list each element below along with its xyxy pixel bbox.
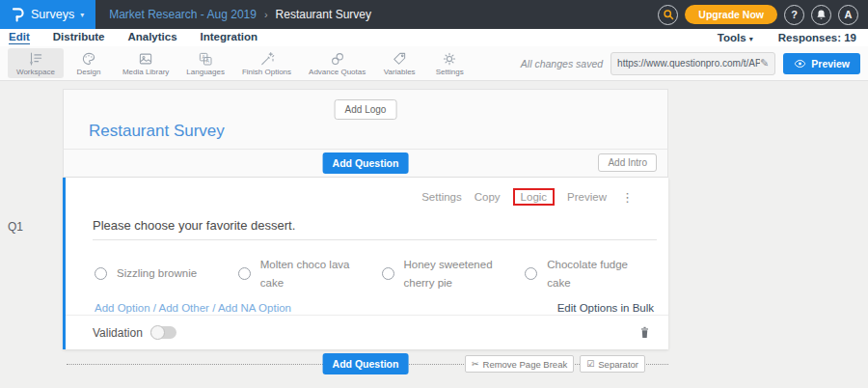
toolbar-item-settings[interactable]: Settings <box>424 48 475 78</box>
responses-count[interactable]: Responses: 19 <box>778 32 856 43</box>
toolbar-item-media-library[interactable]: Media Library <box>114 48 177 78</box>
question-block: Settings Copy Logic Preview ⋮ Please cho… <box>63 178 668 349</box>
scissors-icon: ✂ <box>472 359 479 369</box>
add-option-link[interactable]: Add Option <box>95 302 150 314</box>
page-break-row: Add Question ✂ Remove Page Break ☑ Separ… <box>63 353 668 374</box>
autosave-status: All changes saved <box>521 58 603 69</box>
validation-label: Validation <box>93 326 143 340</box>
question-settings-action[interactable]: Settings <box>421 191 462 203</box>
top-bar: Surveys ▾ Market Research - Aug 2019 › R… <box>0 0 868 29</box>
chevron-down-icon: ▾ <box>80 11 84 19</box>
topbar-actions: Upgrade Now ? A <box>658 5 868 25</box>
option-label[interactable]: Honey sweetened cherry pie <box>404 256 505 292</box>
answer-option: Molten choco lava cake <box>238 256 382 292</box>
questionpro-logo-icon <box>10 6 25 23</box>
toolbar-item-design[interactable]: Design <box>64 48 114 78</box>
magic-wand-icon <box>258 50 276 67</box>
kebab-menu-icon[interactable]: ⋮ <box>621 190 634 205</box>
surveys-menu[interactable]: Surveys ▾ <box>0 0 95 29</box>
image-icon <box>137 50 154 67</box>
survey-url-field: ✎ <box>610 52 775 75</box>
radio-button[interactable] <box>95 267 107 280</box>
preview-button[interactable]: Preview <box>783 53 860 74</box>
question-logic-action[interactable]: Logic <box>521 191 548 203</box>
tab-analytics[interactable]: Analytics <box>127 31 176 44</box>
checked-checkbox-icon: ☑ <box>586 359 594 369</box>
survey-header-actions: Add Question Add Intro <box>63 150 668 178</box>
question-footer: Validation <box>66 315 668 349</box>
question-number-label: Q1 <box>8 220 23 234</box>
nav-tabs: Edit Distribute Analytics Integration <box>0 31 258 44</box>
add-intro-button[interactable]: Add Intro <box>598 153 657 172</box>
toolbar-item-advance-quotas[interactable]: Advance Quotas <box>300 48 374 78</box>
add-question-button-bottom[interactable]: Add Question <box>323 353 409 374</box>
brand-label: Surveys <box>31 8 74 21</box>
option-label[interactable]: Molten choco lava cake <box>260 256 362 292</box>
option-label[interactable]: Chocolate fudge cake <box>547 256 648 292</box>
svg-text:A: A <box>206 58 210 64</box>
edit-url-icon[interactable]: ✎ <box>760 57 769 69</box>
bell-icon <box>816 9 827 20</box>
breadcrumb-parent[interactable]: Market Research - Aug 2019 <box>109 8 257 21</box>
tab-distribute[interactable]: Distribute <box>53 31 105 44</box>
toolbar-item-finish-options[interactable]: Finish Options <box>233 48 300 78</box>
notifications-button[interactable] <box>811 5 831 25</box>
help-button[interactable]: ? <box>784 5 804 25</box>
separator-toggle-button[interactable]: ☑ Separator <box>580 355 645 373</box>
nav-right: Tools ▾ Responses: 19 <box>718 32 868 43</box>
answer-option: Sizzling brownie <box>95 256 238 292</box>
question-mark-icon: ? <box>791 9 798 20</box>
option-add-links: Add Option / Add Other / Add NA Option <box>95 302 291 314</box>
survey-url-input[interactable] <box>617 58 760 69</box>
validation-toggle[interactable] <box>150 326 176 339</box>
tab-integration[interactable]: Integration <box>201 31 258 44</box>
survey-header-section: Add Logo Restaurant Survey <box>63 89 668 150</box>
add-na-option-link[interactable]: Add NA Option <box>218 302 291 314</box>
option-links-row: Add Option / Add Other / Add NA Option E… <box>95 302 654 314</box>
answer-option: Chocolate fudge cake <box>525 256 668 292</box>
option-label[interactable]: Sizzling brownie <box>117 264 197 283</box>
toolbar-item-workspace[interactable]: Workspace <box>8 48 64 78</box>
breadcrumb: Market Research - Aug 2019 › Restaurant … <box>109 8 371 21</box>
delete-question-button[interactable] <box>638 325 651 340</box>
radio-button[interactable] <box>382 267 394 280</box>
page-break-actions: ✂ Remove Page Break ☑ Separator <box>465 355 645 373</box>
trash-icon <box>638 325 651 340</box>
languages-icon: A A <box>197 50 214 67</box>
tab-edit[interactable]: Edit <box>9 31 30 44</box>
question-preview-action[interactable]: Preview <box>567 191 607 203</box>
remove-page-break-button[interactable]: ✂ Remove Page Break <box>465 355 574 373</box>
question-actions: Settings Copy Logic Preview ⋮ <box>66 178 668 206</box>
breadcrumb-current: Restaurant Survey <box>276 8 371 21</box>
svg-text:A: A <box>202 54 205 60</box>
radio-button[interactable] <box>525 267 537 280</box>
palette-icon <box>80 50 97 67</box>
chevron-down-icon: ▾ <box>749 35 753 43</box>
question-copy-action[interactable]: Copy <box>475 191 501 203</box>
toolbar-item-languages[interactable]: A A Languages <box>177 48 233 78</box>
survey-title[interactable]: Restaurant Survey <box>89 122 225 141</box>
logic-highlight-box: Logic <box>513 188 556 206</box>
toolbar-right: All changes saved ✎ Preview <box>521 52 860 75</box>
toolbar-item-variables[interactable]: Variables <box>374 48 424 78</box>
search-button[interactable] <box>658 5 678 25</box>
eye-icon <box>794 59 806 69</box>
edit-options-in-bulk-link[interactable]: Edit Options in Bulk <box>557 302 654 314</box>
account-avatar[interactable]: A <box>838 5 858 25</box>
add-other-link[interactable]: Add Other <box>159 302 209 314</box>
survey-page-card: Add Logo Restaurant Survey Add Question … <box>63 89 668 374</box>
add-question-button-top[interactable]: Add Question <box>323 152 409 174</box>
add-logo-button[interactable]: Add Logo <box>335 99 397 120</box>
question-text-field[interactable]: Please choose your favorite dessert. <box>93 218 657 240</box>
survey-toolbar: Workspace Design Media Library A A Langu… <box>0 46 868 81</box>
nav-row: Edit Distribute Analytics Integration To… <box>0 29 868 46</box>
radio-button[interactable] <box>238 267 251 280</box>
workspace-icon <box>27 50 44 67</box>
breadcrumb-separator: › <box>264 9 268 20</box>
tools-menu[interactable]: Tools ▾ <box>718 32 753 43</box>
search-icon <box>663 9 674 20</box>
upgrade-now-button[interactable]: Upgrade Now <box>685 5 777 24</box>
answer-option: Honey sweetened cherry pie <box>382 256 526 292</box>
editor-canvas: Q1 Add Logo Restaurant Survey Add Questi… <box>0 81 868 388</box>
toggle-knob <box>150 325 165 340</box>
